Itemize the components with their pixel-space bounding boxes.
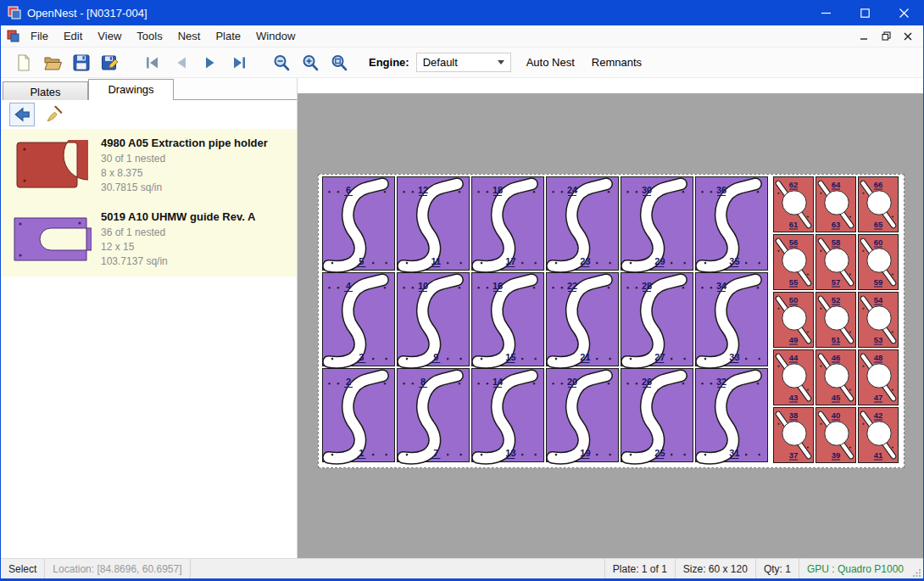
nest-cell-purple[interactable]: 87 bbox=[398, 369, 470, 462]
first-arrow-icon bbox=[143, 53, 162, 72]
nest-cell-purple[interactable]: 2423 bbox=[547, 177, 619, 271]
tab-drawings[interactable]: Drawings bbox=[88, 79, 174, 100]
svg-text:63: 63 bbox=[832, 220, 841, 229]
drawing-area: 103.7137 sq/in bbox=[101, 254, 255, 269]
nav-last-button[interactable] bbox=[225, 50, 253, 75]
save-button[interactable] bbox=[67, 50, 96, 75]
nav-first-button[interactable] bbox=[138, 50, 167, 75]
nest-cell-purple[interactable]: 1615 bbox=[472, 273, 544, 366]
nest-cell-red[interactable]: 4241 bbox=[859, 408, 899, 463]
nest-cell-purple[interactable]: 109 bbox=[398, 273, 470, 366]
save-icon bbox=[72, 53, 91, 72]
engine-selected-value: Default bbox=[423, 56, 458, 69]
svg-text:40: 40 bbox=[832, 411, 841, 420]
menu-view[interactable]: View bbox=[90, 26, 129, 46]
nest-cell-red[interactable]: 5655 bbox=[774, 235, 814, 290]
engine-select[interactable]: Default bbox=[416, 53, 511, 72]
nest-cell-red[interactable]: 4847 bbox=[859, 350, 899, 405]
nest-cell-purple[interactable]: 2019 bbox=[547, 369, 619, 462]
nest-cell-purple[interactable]: 3635 bbox=[696, 177, 768, 271]
clear-button[interactable] bbox=[42, 103, 67, 126]
close-button[interactable] bbox=[884, 0, 923, 25]
menu-window[interactable]: Window bbox=[248, 26, 303, 46]
open-button[interactable] bbox=[38, 50, 67, 75]
nest-cell-red[interactable]: 6261 bbox=[774, 177, 814, 232]
nest-cell-purple[interactable]: 3029 bbox=[621, 177, 693, 271]
nest-cell-purple[interactable]: 3231 bbox=[696, 369, 768, 462]
menu-nest[interactable]: Nest bbox=[170, 26, 209, 46]
drawing-title: 4980 A05 Extraction pipe holder bbox=[101, 137, 268, 149]
zoom-out-button[interactable] bbox=[267, 50, 296, 75]
drawing-item-text: 5019 A10 UHMW guide Rev. A 36 of 1 neste… bbox=[101, 210, 255, 269]
maximize-button[interactable] bbox=[845, 0, 884, 25]
nest-cell-purple[interactable]: 1413 bbox=[472, 369, 544, 462]
plate-sheet[interactable]: 6512111817242330293635431091615222128273… bbox=[318, 174, 905, 468]
svg-text:46: 46 bbox=[832, 353, 841, 362]
prev-arrow-icon bbox=[172, 53, 191, 72]
status-qty: Qty: 1 bbox=[755, 559, 799, 578]
nest-cell-red[interactable]: 5049 bbox=[774, 293, 814, 348]
drawing-item-uhmw-guide[interactable]: 5019 A10 UHMW guide Rev. A 36 of 1 neste… bbox=[1, 203, 297, 277]
svg-text:26: 26 bbox=[642, 377, 652, 387]
nested-parts-layout[interactable]: 6512111817242330293635431091615222128273… bbox=[319, 175, 904, 467]
menu-tools[interactable]: Tools bbox=[129, 26, 170, 46]
nest-cell-red[interactable]: 4039 bbox=[816, 408, 856, 463]
svg-text:16: 16 bbox=[493, 281, 503, 291]
nest-cell-purple[interactable]: 2221 bbox=[547, 273, 619, 366]
nest-cell-red[interactable]: 5453 bbox=[859, 293, 899, 348]
svg-text:1: 1 bbox=[359, 448, 364, 458]
nest-cell-red[interactable]: 6059 bbox=[859, 235, 899, 290]
nav-prev-button[interactable] bbox=[167, 50, 196, 75]
nest-cell-red[interactable]: 6665 bbox=[859, 177, 899, 232]
tab-plates[interactable]: Plates bbox=[3, 81, 88, 100]
svg-text:4: 4 bbox=[346, 281, 352, 291]
nest-cell-red[interactable]: 4443 bbox=[774, 350, 814, 405]
mdi-document-icon[interactable] bbox=[7, 30, 19, 42]
nest-cell-red[interactable]: 5857 bbox=[816, 235, 856, 290]
nest-cell-purple[interactable]: 1817 bbox=[472, 177, 544, 271]
svg-text:21: 21 bbox=[580, 352, 590, 362]
nest-cell-purple[interactable]: 3433 bbox=[696, 273, 768, 366]
nest-cell-red[interactable]: 5251 bbox=[816, 293, 856, 348]
nest-cell-purple[interactable]: 43 bbox=[323, 273, 395, 366]
menu-edit[interactable]: Edit bbox=[56, 26, 90, 46]
save-as-button[interactable] bbox=[96, 50, 125, 75]
zoom-in-button[interactable] bbox=[296, 50, 325, 75]
nest-cell-purple[interactable]: 21 bbox=[323, 369, 395, 462]
menu-file[interactable]: File bbox=[23, 26, 56, 46]
main-toolbar: Engine: Default Auto Nest Remnants bbox=[1, 47, 923, 78]
broom-icon bbox=[45, 105, 64, 124]
mdi-restore-button[interactable] bbox=[877, 29, 894, 44]
menu-plate[interactable]: Plate bbox=[208, 26, 248, 46]
nav-next-button[interactable] bbox=[196, 50, 225, 75]
send-to-plate-button[interactable] bbox=[9, 103, 35, 126]
svg-text:50: 50 bbox=[789, 295, 799, 304]
nest-cell-purple[interactable]: 1211 bbox=[398, 177, 470, 271]
mdi-close-button[interactable] bbox=[899, 29, 916, 44]
svg-text:65: 65 bbox=[874, 220, 883, 229]
new-button[interactable] bbox=[9, 50, 38, 75]
resize-grip[interactable] bbox=[911, 559, 923, 578]
nest-cell-red[interactable]: 4645 bbox=[816, 350, 856, 405]
minimize-button[interactable] bbox=[806, 0, 845, 25]
svg-text:23: 23 bbox=[580, 256, 590, 266]
drawing-area: 30.7815 sq/in bbox=[101, 181, 268, 195]
mdi-minimize-button[interactable] bbox=[855, 29, 872, 44]
svg-text:41: 41 bbox=[874, 450, 883, 460]
auto-nest-button[interactable]: Auto Nest bbox=[520, 52, 582, 73]
nest-cell-purple[interactable]: 2827 bbox=[621, 273, 693, 366]
svg-text:43: 43 bbox=[789, 393, 799, 402]
nest-cell-red[interactable]: 6463 bbox=[816, 177, 856, 232]
nest-cell-purple[interactable]: 2625 bbox=[621, 369, 693, 462]
status-bar: Select Location: [84.8696, 60.6957] Plat… bbox=[1, 558, 923, 578]
nest-cell-purple[interactable]: 65 bbox=[323, 177, 395, 271]
nest-canvas[interactable]: 6512111817242330293635431091615222128273… bbox=[298, 78, 923, 558]
remnants-button[interactable]: Remnants bbox=[585, 52, 648, 73]
svg-text:53: 53 bbox=[874, 335, 883, 344]
nest-cell-red[interactable]: 3837 bbox=[774, 408, 814, 463]
zoom-fit-button[interactable] bbox=[325, 50, 353, 75]
drawing-item-extraction-pipe-holder[interactable]: 4980 A05 Extraction pipe holder 30 of 1 … bbox=[1, 129, 297, 203]
svg-text:59: 59 bbox=[874, 277, 883, 287]
svg-text:28: 28 bbox=[642, 281, 652, 291]
svg-text:45: 45 bbox=[832, 393, 841, 402]
